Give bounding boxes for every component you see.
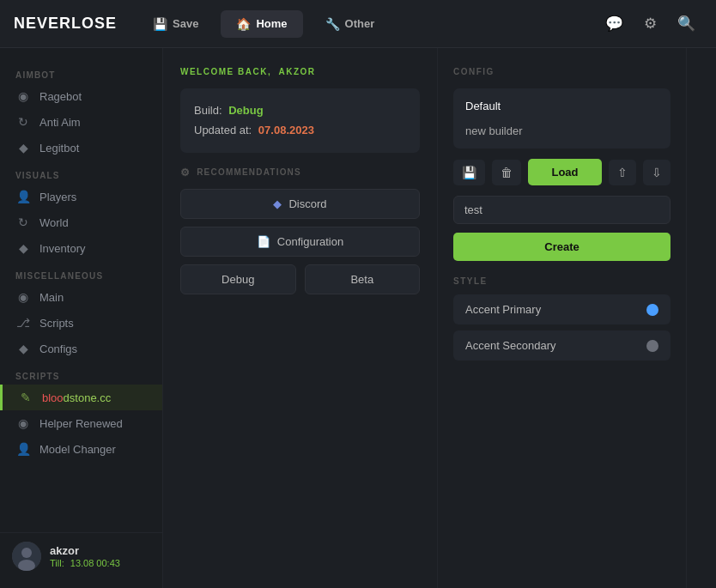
welcome-label: WELCOME BACK, AKZOR	[180, 67, 420, 76]
style-section-label: STYLE	[453, 276, 670, 286]
logo: NEVERLOSE	[14, 15, 117, 33]
beta-label: Beta	[350, 273, 373, 286]
other-label: Other	[345, 17, 375, 30]
accent-secondary-label: Accent Secondary	[465, 339, 556, 352]
other-button[interactable]: 🔧 Other	[310, 10, 391, 38]
configs-label: Configs	[39, 342, 77, 355]
updated-row: Updated at: 07.08.2023	[194, 120, 406, 140]
user-profile[interactable]: akzor Till: 13.08 00:43	[0, 532, 162, 579]
debug-button[interactable]: Debug	[180, 264, 296, 294]
section-scripts: Scripts	[0, 363, 162, 385]
till-label: Till:	[50, 558, 64, 568]
sidebar-item-scripts[interactable]: ⎇ Scripts	[0, 310, 162, 336]
scripts-label: Scripts	[39, 317, 74, 330]
configuration-button[interactable]: 📄 Configuration	[180, 227, 420, 257]
sidebar: Aimbot ◉ Ragebot ↻ Anti Aim ◆ Legitbot V…	[0, 48, 163, 588]
recommendations-icon: ⚙	[180, 167, 191, 179]
user-info: akzor Till: 13.08 00:43	[50, 544, 120, 568]
config-name-input[interactable]	[453, 196, 670, 224]
discord-button[interactable]: ◆ Discord	[180, 189, 420, 219]
sidebar-item-helperrenewed[interactable]: ◉ Helper Renewed	[0, 410, 162, 436]
chat-button[interactable]: 💬	[598, 9, 630, 38]
config-doc-icon: 📄	[257, 235, 270, 248]
bloodstone-label: bloodstone.cc	[42, 391, 111, 404]
antiaim-icon: ↻	[15, 115, 31, 129]
user-till: Till: 13.08 00:43	[50, 558, 120, 568]
config-item-new-builder[interactable]: new builder	[453, 118, 670, 143]
main-icon: ◉	[15, 290, 31, 304]
config-save-button[interactable]: 💾	[453, 160, 485, 185]
content-area: WELCOME BACK, AKZOR Build: Debug Updated…	[163, 48, 716, 588]
config-list: Default new builder	[453, 88, 670, 149]
home-label: Home	[256, 17, 287, 30]
sidebar-item-antiaim[interactable]: ↻ Anti Aim	[0, 109, 162, 135]
welcome-panel: WELCOME BACK, AKZOR Build: Debug Updated…	[163, 48, 438, 588]
home-button[interactable]: 🏠 Home	[221, 10, 302, 38]
discord-icon: ◆	[273, 197, 282, 210]
config-export-button[interactable]: ⇧	[609, 160, 636, 185]
export-icon: ⇧	[617, 166, 628, 179]
inventory-label: Inventory	[39, 242, 85, 255]
sidebar-item-legitbot[interactable]: ◆ Legitbot	[0, 135, 162, 161]
section-aimbot: Aimbot	[0, 62, 162, 83]
modelchanger-label: Model Changer	[39, 443, 116, 456]
sidebar-item-main[interactable]: ◉ Main	[0, 284, 162, 310]
antiaim-label: Anti Aim	[39, 116, 81, 129]
section-miscellaneous: Miscellaneous	[0, 263, 162, 284]
accent-secondary-color[interactable]	[646, 340, 658, 352]
accent-secondary-row: Accent Secondary	[453, 330, 670, 361]
config-toolbar: 💾 🗑 Load ⇧ ⇩	[453, 159, 670, 185]
save-icon: 💾	[153, 17, 167, 31]
ragebot-label: Ragebot	[39, 90, 82, 103]
config-save-icon: 💾	[462, 166, 476, 179]
till-value: 13.08 00:43	[70, 558, 120, 568]
debug-beta-row: Debug Beta	[180, 264, 420, 294]
config-delete-icon: 🗑	[501, 166, 513, 179]
svg-point-1	[21, 548, 32, 558]
beta-button[interactable]: Beta	[305, 264, 421, 294]
save-button[interactable]: 💾 Save	[137, 10, 214, 38]
import-icon: ⇩	[652, 166, 662, 179]
accent-primary-row: Accent Primary	[453, 294, 670, 324]
welcome-username: AKZOR	[278, 67, 315, 76]
section-visuals: Visuals	[0, 162, 162, 184]
modelchanger-icon: 👤	[15, 442, 31, 456]
sidebar-item-ragebot[interactable]: ◉ Ragebot	[0, 83, 162, 109]
helperrenewed-label: Helper Renewed	[39, 417, 123, 430]
user-name: akzor	[50, 544, 120, 557]
main-label: Main	[39, 291, 64, 304]
home-icon: 🏠	[236, 17, 251, 31]
legitbot-label: Legitbot	[39, 142, 79, 155]
sidebar-item-configs[interactable]: ◆ Configs	[0, 336, 162, 361]
config-panel: CONFIG Default new builder 💾 🗑 Load	[438, 48, 687, 588]
other-icon: 🔧	[325, 17, 340, 31]
world-label: World	[39, 216, 69, 229]
create-button[interactable]: Create	[453, 233, 670, 261]
sidebar-item-modelchanger[interactable]: 👤 Model Changer	[0, 436, 162, 462]
debug-label: Debug	[221, 273, 254, 286]
save-label: Save	[173, 17, 198, 30]
accent-primary-color[interactable]	[646, 304, 658, 316]
players-icon: 👤	[15, 190, 31, 203]
ragebot-icon: ◉	[15, 89, 31, 103]
config-import-button[interactable]: ⇩	[643, 160, 670, 185]
sidebar-item-world[interactable]: ↻ World	[0, 209, 162, 235]
sidebar-item-players[interactable]: 👤 Players	[0, 184, 162, 209]
helperrenewed-icon: ◉	[15, 416, 31, 430]
world-icon: ↻	[15, 215, 31, 229]
config-delete-button[interactable]: 🗑	[492, 160, 521, 185]
main-layout: Aimbot ◉ Ragebot ↻ Anti Aim ◆ Legitbot V…	[0, 48, 716, 588]
config-item-default[interactable]: Default	[453, 94, 670, 118]
build-row: Build: Debug	[194, 100, 406, 120]
sidebar-item-inventory[interactable]: ◆ Inventory	[0, 235, 162, 261]
recommendations-label: ⚙ RECOMMENDATIONS	[180, 167, 420, 179]
legitbot-icon: ◆	[15, 141, 31, 155]
topbar-right: 💬 ⚙ 🔍	[598, 9, 702, 38]
sidebar-item-bloodstone[interactable]: ✎ bloodstone.cc	[0, 385, 162, 410]
load-button[interactable]: Load	[528, 159, 602, 185]
scripts-icon: ⎇	[15, 316, 31, 330]
settings-button[interactable]: ⚙	[637, 9, 664, 38]
search-button[interactable]: 🔍	[670, 9, 702, 38]
configuration-label: Configuration	[277, 235, 343, 248]
bloodstone-icon: ✎	[18, 391, 33, 404]
